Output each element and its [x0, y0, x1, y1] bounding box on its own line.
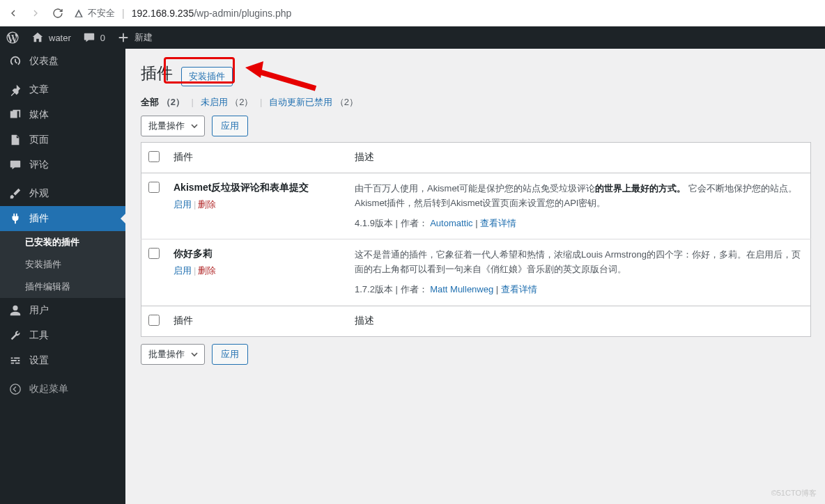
bulk-action-select-top[interactable]: 批量操作: [141, 116, 205, 136]
page-title: 插件: [141, 63, 173, 84]
comments-link[interactable]: 0: [77, 26, 111, 49]
table-row: 你好多莉 启用|删除 这不是普通的插件，它象征着一代人希望和热情，浓缩成Loui…: [141, 239, 811, 306]
footer-description: 描述: [348, 306, 811, 336]
submenu-plugin-editor[interactable]: 插件编辑器: [0, 276, 125, 298]
row-checkbox[interactable]: [148, 182, 160, 193]
plugins-submenu: 已安装的插件 安装插件 插件编辑器: [0, 231, 125, 298]
plugin-name: 你好多莉: [174, 248, 341, 260]
site-name-link[interactable]: water: [25, 26, 77, 49]
back-button[interactable]: [7, 7, 20, 19]
sidebar-item-plugins[interactable]: 插件: [0, 206, 125, 231]
tablenav-bottom: 批量操作 应用: [141, 344, 811, 365]
url-host: 192.168.9.235: [132, 8, 194, 19]
wrench-icon: [8, 329, 22, 342]
author-link[interactable]: Automattic: [430, 218, 472, 228]
site-name: water: [49, 33, 71, 43]
svg-point-0: [10, 384, 20, 394]
sidebar-item-users[interactable]: 用户: [0, 298, 125, 323]
sidebar-item-media[interactable]: 媒体: [0, 102, 125, 127]
collapse-icon: [8, 382, 22, 396]
media-icon: [8, 108, 22, 122]
plugin-desc: 由千百万人使用，Akismet可能是保护您的站点免受垃圾评论的世界上最好的方式。…: [355, 183, 797, 208]
url-path: /wp-admin/plugins.php: [194, 8, 291, 19]
submenu-installed-plugins[interactable]: 已安装的插件: [0, 231, 125, 253]
watermark: ©51CTO博客: [771, 488, 817, 498]
apply-button-top[interactable]: 应用: [212, 116, 248, 136]
filter-all[interactable]: 全部 （2）: [141, 97, 185, 107]
filter-links: 全部 （2） | 未启用 （2） | 自动更新已禁用 （2）: [141, 96, 811, 109]
filter-inactive[interactable]: 未启用 （2）: [201, 97, 254, 107]
svg-marker-1: [245, 61, 263, 78]
header-description[interactable]: 描述: [348, 143, 811, 173]
wp-logo[interactable]: [0, 26, 25, 49]
comment-icon: [82, 31, 96, 45]
forward-button[interactable]: [29, 7, 42, 19]
url-divider: |: [122, 8, 125, 19]
sidebar-item-comments[interactable]: 评论: [0, 152, 125, 178]
plugin-meta: 1.7.2版本 | 作者： Matt Mullenweg | 查看详情: [355, 283, 803, 297]
bulk-action-select-bottom[interactable]: 批量操作: [141, 344, 205, 365]
plugin-icon: [8, 212, 22, 226]
security-warning: 不安全: [74, 7, 115, 19]
admin-sidebar: 仪表盘 文章 媒体 页面 评论 外观 插件 已安装的插件 安装插件 插件编辑器 …: [0, 49, 125, 504]
new-label: 新建: [134, 31, 153, 44]
browser-toolbar: 不安全 | 192.168.9.235/wp-admin/plugins.php: [0, 0, 825, 26]
footer-plugin: 插件: [167, 306, 348, 336]
filter-auto-update-disabled[interactable]: 自动更新已禁用 （2）: [269, 97, 358, 107]
insecure-label: 不安全: [88, 7, 115, 19]
comment-count: 0: [100, 33, 105, 43]
row-checkbox[interactable]: [148, 248, 160, 259]
apply-button-bottom[interactable]: 应用: [212, 344, 248, 365]
home-icon: [31, 31, 45, 45]
plugin-meta: 4.1.9版本 | 作者： Automattic | 查看详情: [355, 216, 803, 231]
delete-link[interactable]: 删除: [198, 199, 216, 210]
plus-icon: [116, 31, 130, 45]
sliders-icon: [8, 354, 22, 368]
sidebar-item-posts[interactable]: 文章: [0, 77, 125, 102]
plugin-desc: 这不是普通的插件，它象征着一代人希望和热情，浓缩成Louis Armstrong…: [355, 249, 801, 274]
main-content: 插件 安装插件 全部 （2） | 未启用 （2） | 自动更新已禁用 （2） 批…: [125, 49, 825, 504]
reload-button[interactable]: [52, 7, 64, 19]
dashboard-icon: [8, 54, 22, 68]
address-bar[interactable]: 不安全 | 192.168.9.235/wp-admin/plugins.php: [74, 7, 818, 19]
sidebar-item-settings[interactable]: 设置: [0, 348, 125, 373]
collapse-menu[interactable]: 收起菜单: [0, 377, 125, 402]
submenu-add-plugin[interactable]: 安装插件: [0, 253, 125, 276]
sidebar-item-dashboard[interactable]: 仪表盘: [0, 49, 125, 74]
pin-icon: [8, 83, 22, 97]
plugin-name: Akismet反垃圾评论和表单提交: [174, 182, 341, 194]
details-link[interactable]: 查看详情: [480, 218, 516, 228]
sidebar-item-tools[interactable]: 工具: [0, 323, 125, 348]
sidebar-item-pages[interactable]: 页面: [0, 127, 125, 152]
select-all-top[interactable]: [141, 143, 167, 173]
page-icon: [8, 133, 22, 147]
wordpress-icon: [6, 31, 20, 45]
tablenav-top: 批量操作 应用: [141, 116, 811, 137]
author-link[interactable]: Matt Mullenweg: [430, 284, 493, 294]
new-content-link[interactable]: 新建: [111, 26, 158, 49]
delete-link[interactable]: 删除: [198, 265, 216, 276]
plugins-table: 插件 描述 Akismet反垃圾评论和表单提交 启用|删除 由千百万人使用，Ak…: [141, 142, 811, 337]
brush-icon: [8, 187, 22, 200]
red-arrow-annotation: [242, 57, 319, 92]
table-row: Akismet反垃圾评论和表单提交 启用|删除 由千百万人使用，Akismet可…: [141, 173, 811, 239]
activate-link[interactable]: 启用: [174, 265, 192, 276]
details-link[interactable]: 查看详情: [501, 284, 537, 294]
add-new-plugin-button[interactable]: 安装插件: [181, 67, 233, 86]
wp-adminbar: water 0 新建: [0, 26, 825, 49]
comments-icon: [8, 158, 22, 172]
select-all-bottom[interactable]: [141, 306, 167, 336]
user-icon: [8, 304, 22, 317]
activate-link[interactable]: 启用: [174, 199, 192, 210]
header-plugin[interactable]: 插件: [167, 143, 348, 173]
sidebar-item-appearance[interactable]: 外观: [0, 181, 125, 206]
